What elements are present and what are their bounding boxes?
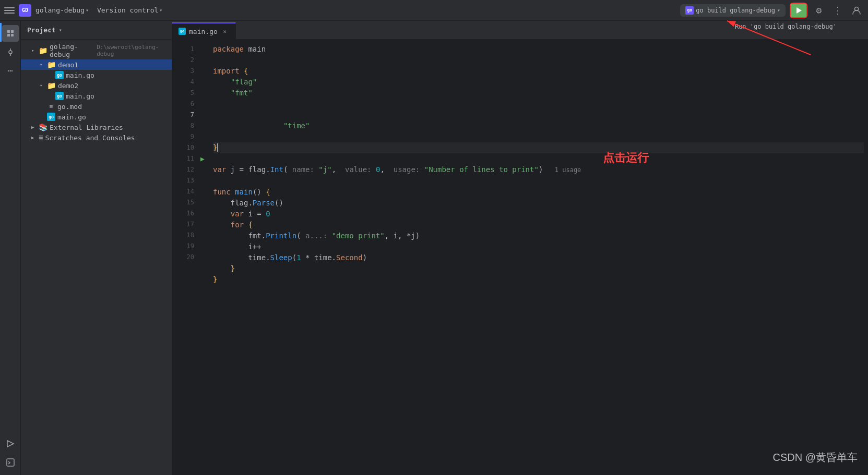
root-folder-path: D:\wwwroot\golang-debug: [97, 44, 170, 57]
gear-button[interactable]: ⚙: [812, 3, 826, 18]
svg-rect-11: [7, 459, 14, 466]
code-line-4: "flag": [213, 77, 864, 88]
sidebar-arrow[interactable]: ▾: [59, 27, 62, 33]
code-line-10: [213, 176, 864, 187]
titlebar: GD golang-debug ▾ Version control ▾ go g…: [0, 0, 868, 21]
code-line-17: time.Sleep(1 * time.Second): [213, 252, 864, 263]
main-go-icon-1: go: [55, 71, 64, 79]
sidebar-tree: ▾ 📁 golang-debug D:\wwwroot\golang-debug…: [21, 40, 172, 475]
run-button[interactable]: [790, 3, 807, 18]
tab-close-button[interactable]: ×: [221, 27, 229, 35]
run-configuration[interactable]: go go build golang-debug ▾: [680, 4, 786, 17]
svg-rect-6: [11, 34, 14, 36]
code-line-7: }: [213, 142, 864, 153]
ext-lib-label: External Libraries: [50, 124, 123, 131]
code-editor: 1 2 3 4 5 6 7 8 9 10 11 12 13 14 15: [172, 40, 868, 475]
root-main-go-icon: go: [47, 113, 55, 121]
gutter: ▶: [198, 40, 211, 475]
sidebar-item-root-main[interactable]: go main.go: [21, 112, 172, 122]
code-line-12: flag.Parse(): [213, 198, 864, 209]
toolbar-more-icon[interactable]: ⋯: [2, 63, 19, 79]
sidebar-item-scratches[interactable]: ▶ ≣ Scratches and Consoles: [21, 132, 172, 143]
sidebar-item-root-folder[interactable]: ▾ 📁 golang-debug D:\wwwroot\golang-debug: [21, 42, 172, 59]
tab-go-icon: go: [179, 28, 186, 35]
line-num-6: 6: [191, 99, 194, 109]
go-logo: GD: [19, 4, 31, 17]
collapse-arrow-scratches[interactable]: ▶: [31, 135, 39, 140]
demo2-folder-icon: 📁: [47, 81, 56, 90]
toolbar-commit-icon[interactable]: [2, 44, 19, 60]
line-num-11: 11: [187, 153, 194, 164]
collapse-arrow-demo2[interactable]: ▾: [40, 83, 47, 88]
demo1-label: demo1: [58, 61, 78, 69]
gomod-label: go.mod: [57, 103, 82, 111]
sidebar-item-demo1-main[interactable]: go main.go: [21, 70, 172, 80]
code-line-6: 💡 "time": [213, 99, 864, 142]
main-go-icon-2: go: [55, 92, 64, 100]
code-line-8: [213, 153, 864, 164]
sidebar: Project ▾ ▾ 📁 golang-debug D:\wwwroot\go…: [21, 21, 172, 475]
version-control-arrow[interactable]: ▾: [159, 7, 162, 13]
line-num-5: 5: [191, 88, 194, 99]
line-num-9: 9: [191, 131, 194, 142]
project-name-label[interactable]: golang-debug: [35, 6, 85, 14]
more-options-button[interactable]: ⋮: [830, 3, 845, 18]
tab-label: main.go: [189, 28, 218, 35]
code-line-14: for {: [213, 220, 864, 230]
code-line-20: [213, 285, 864, 296]
collapse-arrow-demo1[interactable]: ▾: [40, 62, 47, 67]
active-bar: [0, 23, 2, 42]
collapse-arrow-extlib[interactable]: ▶: [31, 125, 39, 130]
root-folder-label: golang-debug: [50, 43, 94, 58]
sidebar-item-demo2[interactable]: ▾ 📁 demo2: [21, 80, 172, 91]
scratches-label: Scratches and Consoles: [45, 134, 135, 142]
run-config-label: go build golang-debug: [696, 7, 775, 14]
line-num-3: 3: [191, 66, 194, 77]
demo1-main-label: main.go: [66, 71, 94, 79]
gomod-icon: ≡: [47, 102, 55, 111]
line-num-17: 17: [187, 219, 194, 230]
code-line-5: "fmt": [213, 88, 864, 99]
code-line-19: }: [213, 274, 864, 285]
line-num-14: 14: [187, 186, 194, 197]
user-account-button[interactable]: [849, 3, 864, 18]
toolbar-terminal-icon[interactable]: [2, 454, 19, 471]
sidebar-header[interactable]: Project ▾: [21, 21, 172, 40]
run-arrow-gutter[interactable]: ▶: [200, 153, 205, 164]
sidebar-item-demo2-main[interactable]: go main.go: [21, 91, 172, 101]
demo2-main-label: main.go: [66, 92, 94, 100]
demo1-folder-icon: 📁: [47, 60, 56, 69]
scratches-icon: ≣: [39, 133, 43, 142]
collapse-arrow-root[interactable]: ▾: [31, 48, 39, 53]
code-line-3: import {: [213, 66, 864, 77]
line-numbers: 1 2 3 4 5 6 7 8 9 10 11 12 13 14 15: [172, 40, 198, 475]
toolbar-project-icon[interactable]: [2, 25, 19, 42]
sidebar-item-demo1[interactable]: ▾ 📁 demo1: [21, 59, 172, 70]
root-main-label: main.go: [57, 113, 86, 121]
hamburger-menu[interactable]: [4, 5, 15, 16]
line-num-7: 7: [191, 109, 194, 120]
line-num-18: 18: [187, 230, 194, 241]
run-config-arrow[interactable]: ▾: [777, 7, 780, 13]
code-content[interactable]: package main import { "flag" "fmt" 💡 "ti…: [211, 40, 868, 475]
line-num-8: 8: [191, 120, 194, 131]
project-dropdown-arrow[interactable]: ▾: [86, 7, 89, 13]
tab-main-go[interactable]: go main.go ×: [172, 22, 236, 39]
version-control-label[interactable]: Version control: [97, 6, 158, 14]
ext-lib-icon: 📚: [39, 123, 47, 131]
sidebar-item-ext-libs[interactable]: ▶ 📚 External Libraries: [21, 122, 172, 132]
run-tooltip: Run 'go build golang-debug': [735, 23, 837, 30]
code-line-1: package main: [213, 44, 864, 55]
run-config-go-icon: go: [685, 6, 694, 15]
svg-rect-4: [11, 30, 14, 33]
code-line-13: var i = 0: [213, 209, 864, 220]
code-line-16: i++: [213, 241, 864, 252]
svg-rect-3: [7, 30, 10, 33]
sidebar-active-indicator: [0, 21, 2, 475]
sidebar-item-gomod[interactable]: ≡ go.mod: [21, 101, 172, 112]
root-folder-icon: 📁: [39, 46, 47, 55]
line-num-10: 10: [187, 142, 194, 153]
line-num-4: 4: [191, 77, 194, 88]
line-num-20: 20: [187, 252, 194, 263]
toolbar-run-debug-icon[interactable]: [2, 435, 19, 452]
